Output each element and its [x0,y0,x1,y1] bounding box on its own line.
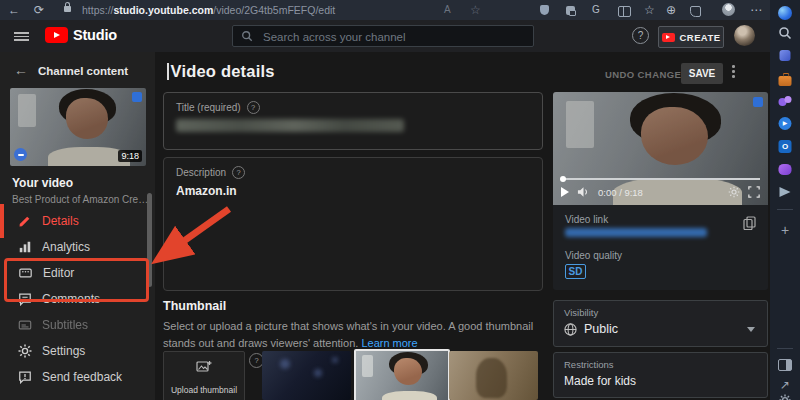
lock-icon [64,6,71,12]
thumbnail-option-1[interactable] [262,351,351,400]
channel-search [232,25,534,47]
volume-icon[interactable] [577,186,590,198]
edge-sidebar: ▶ O + ↗ [770,0,800,400]
collections-icon[interactable]: ☆ [644,0,655,20]
sidebar-item-settings[interactable]: Settings [0,338,152,364]
hamburger-menu-icon[interactable] [14,32,29,40]
media-play-icon[interactable]: ▶ [779,117,792,130]
visibility-card[interactable]: Visibility Public [553,300,768,347]
time-display: 0:00 / 9:18 [598,187,643,198]
description-value: Amazon.in [176,184,237,198]
sidebar-item-subtitles[interactable]: Subtitles [0,312,152,338]
external-link-icon[interactable]: ↗ [780,379,790,391]
thumbnail-hint-text: Select or upload a picture that shows wh… [163,320,533,349]
copy-icon[interactable] [743,216,756,230]
search-icon[interactable] [778,26,792,40]
controller-icon[interactable] [779,164,792,175]
globe-icon [564,323,577,336]
thumbnail-option-3[interactable] [449,351,538,400]
upload-image-icon [196,360,212,374]
app-window: ← ⟳ https://studio.youtube.com/video/2G4… [0,0,800,400]
video-player[interactable]: 0:00 / 9:18 [553,92,768,205]
video-link-label: Video link [565,214,608,225]
menu-label: Details [42,214,79,228]
address-bar[interactable]: https://studio.youtube.com/video/2G4tb5m… [82,4,335,16]
read-aloud-icon[interactable]: A [444,0,451,20]
feedback-icon [18,370,32,384]
thumbnail-option-selected[interactable] [354,349,450,400]
page-title-row: Video details [167,62,275,81]
help-icon[interactable]: ? [232,166,245,179]
pencil-icon [18,214,32,228]
browser-more-icon[interactable]: ⋯ [750,0,762,20]
sidebar-divider [777,348,793,349]
save-button[interactable]: SAVE [681,63,723,84]
copilot-icon[interactable] [778,6,792,20]
help-icon[interactable]: ? [632,27,649,44]
youtube-logo[interactable] [45,27,68,43]
video-badge-icon [753,97,763,107]
sidebar-video-thumbnail[interactable]: 9:18 [10,88,146,166]
description-label: Description [176,167,226,178]
tracking-shield-icon[interactable] [540,5,549,15]
restrictions-card[interactable]: Restrictions Made for kids [553,352,768,398]
sidebar-item-details[interactable]: Details [0,208,152,234]
browser-back-icon[interactable]: ← [8,0,20,20]
title-field[interactable]: Title (required) ? [163,92,543,150]
create-button[interactable]: CREATE [658,26,724,48]
browser-profile-avatar[interactable] [722,3,735,16]
browser-refresh-icon[interactable]: ⟳ [34,0,44,20]
learn-more-link[interactable]: Learn more [361,337,417,349]
web-capture-icon[interactable] [690,6,701,17]
menu-label: Subtitles [42,318,88,332]
studio-header: Studio ? CREATE [0,20,770,52]
chevron-down-icon[interactable] [747,327,755,332]
menu-label: Send feedback [42,370,122,384]
blurred-video-link[interactable] [565,228,707,237]
progress-handle[interactable] [560,176,566,182]
video-quality-label: Video quality [565,250,622,261]
undo-changes-button[interactable]: UNDO CHANGES [605,69,688,80]
progress-bar[interactable] [561,178,760,180]
channel-avatar[interactable] [734,25,755,46]
upload-thumbnail-button[interactable]: Upload thumbnail [163,351,245,400]
duration-badge: 9:18 [118,150,142,162]
blurred-title-text [176,119,404,132]
title-field-label: Title (required) [176,102,241,113]
description-field[interactable]: Description ? Amazon.in [163,157,543,291]
your-video-label: Your video [12,176,73,190]
sidebar-item-analytics[interactable]: Analytics [0,234,152,260]
extension-icon[interactable] [566,6,575,15]
gear-icon [18,344,32,358]
sidebar-back-icon[interactable]: ← [14,62,28,78]
office-icon[interactable] [779,76,792,86]
text-cursor [167,63,169,80]
browser-toolbar: ← ⟳ https://studio.youtube.com/video/2G4… [0,0,770,20]
split-screen-icon[interactable] [618,6,631,17]
video-preview-card: 0:00 / 9:18 Video link Video quality SD [553,92,768,290]
send-plane-icon[interactable] [780,187,791,197]
kebab-menu-icon[interactable] [732,65,735,81]
outlook-icon[interactable]: O [779,140,792,153]
play-icon[interactable] [561,187,569,197]
panel-toggle-icon[interactable] [778,359,792,371]
upload-thumbnail-label: Upload thumbnail [164,385,244,395]
player-settings-icon[interactable] [728,186,740,198]
sidebar-divider [777,209,793,210]
shopping-icon[interactable] [780,50,791,61]
sidebar-settings-icon[interactable] [779,394,791,400]
sidebar-item-send-feedback[interactable]: Send feedback [0,364,152,390]
add-tab-icon[interactable]: ⊕ [666,0,676,20]
fullscreen-icon[interactable] [748,186,760,198]
games-icon[interactable] [779,96,792,107]
search-input[interactable] [261,27,525,46]
help-icon[interactable]: ? [247,101,260,114]
description-label-row: Description ? [176,166,245,179]
thumbnail-heading: Thumbnail [163,299,226,313]
add-sidebar-item-icon[interactable]: + [781,224,789,236]
analytics-icon [18,240,32,254]
create-button-label: CREATE [680,32,721,43]
search-icon [241,30,253,42]
g-extension-icon[interactable]: G [592,0,600,20]
favorites-star-icon[interactable]: ☆ [470,0,481,20]
